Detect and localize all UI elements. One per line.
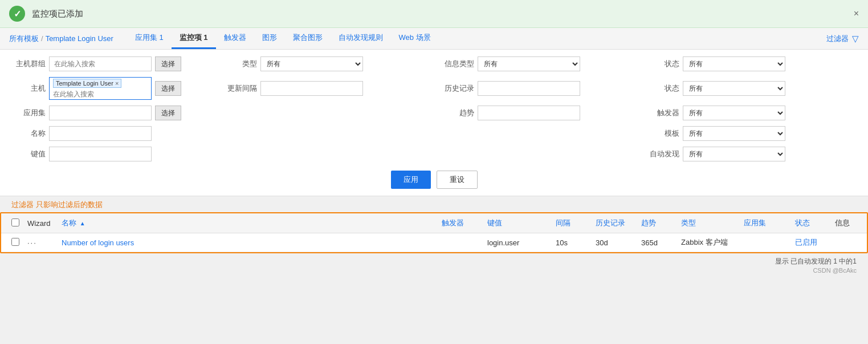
- tab-web[interactable]: Web 场景: [391, 28, 439, 49]
- td-dots: ···: [24, 234, 58, 251]
- td-trigger: [438, 238, 484, 246]
- key-row: 键值: [11, 147, 223, 161]
- trigger-select[interactable]: 所有: [683, 106, 785, 120]
- pagination-text: 显示 已自动发现的 1 中的1: [775, 257, 857, 265]
- select-all-checkbox[interactable]: [11, 218, 19, 226]
- tab-appset[interactable]: 应用集 1: [127, 28, 172, 49]
- interval-input[interactable]: [260, 81, 363, 96]
- td-name: Number of login users: [58, 234, 438, 251]
- autodiscover-label: 自动发现: [645, 149, 679, 159]
- trigger-row: 触发器 所有: [645, 106, 857, 120]
- filter-hint-prefix: 过滤器: [11, 200, 34, 209]
- pagination-row: 显示 已自动发现的 1 中的1 CSDN @BcAkc: [0, 253, 868, 278]
- td-trend: 365d: [638, 234, 678, 251]
- history-label: 历史记录: [434, 83, 474, 94]
- filter-hint-highlight: 只影响过滤后的数据: [36, 200, 103, 209]
- host-select-btn[interactable]: 选择: [155, 81, 181, 96]
- breadcrumb-sep: /: [41, 34, 43, 43]
- name-row: 名称: [11, 126, 223, 141]
- host-tag-search[interactable]: [53, 90, 99, 98]
- appset-input[interactable]: [49, 106, 152, 120]
- info-type-row: 信息类型 所有: [434, 56, 646, 71]
- status1-row: 状态 所有: [645, 56, 857, 71]
- filter-label: 过滤器: [826, 34, 849, 44]
- breadcrumb-current[interactable]: Template Login User: [46, 34, 113, 43]
- th-info: 信息: [832, 213, 860, 233]
- td-appset: [740, 238, 792, 246]
- th-interval[interactable]: 间隔: [552, 213, 592, 233]
- history-row: 历史记录: [434, 77, 646, 100]
- key-input[interactable]: [49, 147, 152, 161]
- tab-graph[interactable]: 图形: [254, 28, 285, 49]
- th-trend[interactable]: 趋势: [638, 213, 678, 233]
- host-label: 主机: [11, 83, 46, 94]
- host-group-label: 主机群组: [11, 59, 46, 69]
- th-appset[interactable]: 应用集: [740, 213, 792, 233]
- filter-toggle[interactable]: 过滤器 ▽: [826, 34, 859, 44]
- table-header: Wizard 名称 ▲ 触发器 键值 间隔 历史记录 趋势 类型 应用集 状态 …: [1, 213, 867, 233]
- type-select[interactable]: 所有: [260, 56, 363, 71]
- th-key[interactable]: 键值: [484, 213, 552, 233]
- status2-select[interactable]: 所有: [683, 81, 785, 96]
- tab-trigger[interactable]: 触发器: [216, 28, 254, 49]
- type-label: 类型: [223, 59, 257, 69]
- tabs: 应用集 1 监控项 1 触发器 图形 聚合图形 自动发现规则 Web 场景: [127, 28, 439, 49]
- appset-select-btn[interactable]: 选择: [155, 106, 181, 120]
- host-tag-input[interactable]: Template Login User ×: [49, 77, 152, 100]
- td-key: login.user: [484, 234, 552, 251]
- row-actions[interactable]: ···: [27, 238, 37, 247]
- status2-row: 状态 所有: [645, 77, 857, 100]
- host-group-input[interactable]: [49, 56, 152, 71]
- row-checkbox[interactable]: [11, 238, 19, 246]
- tab-autodiscover[interactable]: 自动发现规则: [331, 28, 391, 49]
- host-tag-remove[interactable]: ×: [115, 80, 119, 87]
- host-group-row: 主机群组 选择: [11, 56, 223, 71]
- notification-bar: ✓ 监控项已添加 ×: [0, 0, 868, 28]
- td-status: 已启用: [792, 233, 832, 252]
- type-row: 类型 所有: [223, 56, 434, 71]
- trend-input[interactable]: [478, 106, 580, 120]
- apply-button[interactable]: 应用: [391, 171, 431, 189]
- trigger-label: 触发器: [645, 108, 679, 118]
- footer-text: CSDN @BcAkc: [813, 267, 857, 274]
- status1-select[interactable]: 所有: [683, 56, 785, 71]
- host-tag: Template Login User ×: [53, 79, 121, 88]
- th-history[interactable]: 历史记录: [592, 213, 638, 233]
- trend-label: 趋势: [434, 108, 474, 118]
- autodiscover-select[interactable]: 所有: [683, 147, 785, 161]
- reset-button[interactable]: 重设: [437, 171, 478, 189]
- host-group-select-btn[interactable]: 选择: [155, 56, 181, 71]
- table-row: ··· Number of login users login.user 10s…: [1, 233, 867, 252]
- template-label: 模板: [645, 128, 679, 139]
- check-icon: ✓: [9, 6, 25, 22]
- row-name-link[interactable]: Number of login users: [62, 238, 134, 247]
- breadcrumb: 所有模板 / Template Login User: [9, 34, 113, 44]
- table-section: Wizard 名称 ▲ 触发器 键值 间隔 历史记录 趋势 类型 应用集 状态 …: [0, 212, 868, 253]
- status-link[interactable]: 已启用: [795, 238, 817, 246]
- close-button[interactable]: ×: [854, 9, 859, 19]
- tab-monitors[interactable]: 监控项 1: [172, 28, 216, 49]
- breadcrumb-all-templates[interactable]: 所有模板: [9, 34, 39, 44]
- filter-icon: ▽: [852, 34, 859, 44]
- th-status[interactable]: 状态: [792, 213, 832, 233]
- interval-label: 更新间隔: [223, 83, 257, 94]
- notification-text: 监控项已添加: [32, 9, 83, 19]
- th-name[interactable]: 名称 ▲: [58, 213, 438, 233]
- template-select[interactable]: 所有: [683, 126, 785, 141]
- history-input[interactable]: [478, 81, 580, 96]
- th-type[interactable]: 类型: [678, 213, 740, 233]
- tab-aggregate[interactable]: 聚合图形: [285, 28, 331, 49]
- th-wizard: Wizard: [24, 215, 58, 232]
- info-type-select[interactable]: 所有: [478, 56, 580, 71]
- th-trigger[interactable]: 触发器: [438, 213, 484, 233]
- appset-label: 应用集: [11, 108, 46, 118]
- name-input[interactable]: [49, 126, 152, 141]
- appset-row: 应用集 选择: [11, 106, 223, 120]
- key-label: 键值: [11, 149, 46, 159]
- apply-row: 应用 重设: [11, 171, 857, 189]
- interval-row: 更新间隔: [223, 77, 434, 100]
- info-type-label: 信息类型: [434, 59, 474, 69]
- autodiscover-row: 自动发现 所有: [645, 147, 857, 161]
- th-check: [8, 214, 24, 233]
- filter-hint: 过滤器 只影响过滤后的数据: [0, 196, 868, 212]
